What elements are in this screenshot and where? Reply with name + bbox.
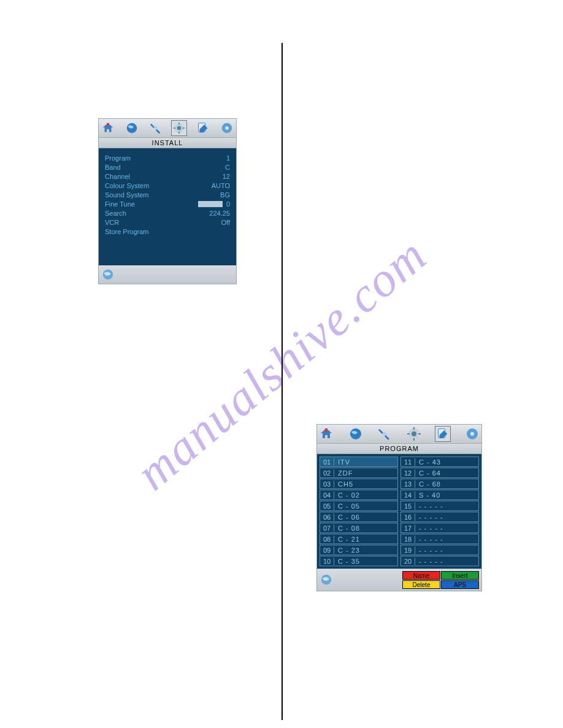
row-value: 0 — [226, 200, 230, 208]
program-name: C - 43 — [415, 458, 441, 466]
install-body: Program 1 Band C Channel 12 Colour Syste… — [99, 148, 236, 265]
row-band[interactable]: Band C — [105, 162, 230, 172]
program-number: 12 — [401, 469, 415, 477]
program-number: 04 — [320, 491, 334, 499]
program-number: 16 — [401, 514, 415, 521]
svg-point-10 — [225, 126, 229, 130]
pencil-icon[interactable] — [195, 120, 211, 136]
program-name: C - 35 — [334, 558, 360, 565]
program-number: 15 — [401, 502, 415, 510]
program-buttons: Name Insert Delete APS — [402, 571, 479, 589]
program-name: C - 23 — [334, 547, 360, 554]
program-row[interactable]: 17- - - - - — [400, 523, 479, 533]
row-value: AUTO — [212, 182, 230, 189]
program-row[interactable]: 20- - - - - — [400, 556, 479, 566]
globe-small-icon — [101, 268, 115, 281]
program-row[interactable]: 08C - 21 — [320, 534, 398, 544]
program-name: C - 08 — [334, 525, 360, 532]
program-row[interactable]: 03CH5 — [320, 479, 398, 489]
install-menu: INSTALL Program 1 Band C Channel 12 Colo… — [98, 118, 237, 284]
program-row[interactable]: 11C - 43 — [400, 457, 479, 467]
program-row[interactable]: 07C - 08 — [320, 523, 398, 533]
program-row[interactable]: 10C - 35 — [320, 556, 398, 566]
program-number: 18 — [401, 536, 415, 543]
pencil-icon[interactable] — [435, 426, 451, 442]
row-label: Search — [105, 210, 126, 217]
column-divider — [282, 43, 283, 720]
program-row[interactable]: 02ZDF — [320, 468, 398, 478]
program-number: 17 — [401, 525, 415, 532]
program-name: C - 06 — [334, 514, 360, 521]
disc-icon[interactable] — [219, 120, 235, 136]
row-value: 1 — [226, 154, 230, 162]
row-program[interactable]: Program 1 — [105, 153, 230, 162]
row-vcr[interactable]: VCR Off — [105, 218, 230, 227]
row-label: Colour System — [105, 182, 149, 189]
program-name: C - 68 — [415, 480, 441, 488]
program-row[interactable]: 04C - 02 — [320, 490, 398, 500]
program-title: PROGRAM — [317, 444, 481, 454]
globe-icon[interactable] — [124, 120, 140, 136]
insert-button[interactable]: Insert — [441, 571, 479, 580]
gear-icon[interactable] — [406, 426, 422, 442]
program-number: 06 — [320, 514, 334, 521]
program-number: 14 — [401, 491, 415, 499]
program-number: 02 — [320, 469, 334, 477]
program-number: 10 — [320, 558, 334, 565]
gear-icon[interactable] — [171, 120, 187, 136]
program-row[interactable]: 05C - 05 — [320, 501, 398, 511]
row-value: Off — [221, 219, 230, 226]
row-fine-tune[interactable]: Fine Tune 0 — [105, 199, 230, 208]
home-icon[interactable] — [318, 426, 334, 442]
program-list: 01ITV02ZDF03CH504C - 0205C - 0506C - 060… — [320, 457, 479, 566]
row-store-program[interactable]: Store Program — [105, 227, 230, 236]
svg-point-22 — [470, 432, 474, 436]
program-name: ZDF — [334, 469, 353, 477]
program-row[interactable]: 06C - 06 — [320, 512, 398, 522]
program-name: - - - - - — [415, 536, 443, 543]
delete-button[interactable]: Delete — [402, 580, 440, 589]
svg-rect-19 — [418, 433, 421, 434]
program-name: - - - - - — [415, 547, 443, 554]
aps-button[interactable]: APS — [441, 580, 479, 589]
program-number: 03 — [320, 480, 334, 488]
row-channel[interactable]: Channel 12 — [105, 172, 230, 181]
program-row[interactable]: 09C - 23 — [320, 545, 398, 555]
program-name: C - 64 — [415, 469, 441, 477]
program-row[interactable]: 19- - - - - — [400, 545, 479, 555]
tools-icon[interactable] — [148, 120, 164, 136]
program-name: - - - - - — [415, 502, 443, 510]
svg-point-15 — [412, 431, 416, 436]
svg-point-3 — [177, 126, 182, 131]
globe-icon[interactable] — [348, 426, 364, 442]
svg-rect-4 — [179, 123, 180, 124]
fine-tune-slider[interactable] — [198, 201, 223, 207]
program-tabs — [317, 425, 481, 444]
install-title: INSTALL — [99, 138, 236, 148]
svg-rect-18 — [407, 433, 410, 434]
name-button[interactable]: Name — [402, 571, 440, 580]
program-row[interactable]: 01ITV — [320, 457, 398, 467]
program-number: 11 — [401, 458, 415, 466]
globe-small-icon — [320, 573, 333, 586]
svg-rect-5 — [179, 132, 180, 134]
program-row[interactable]: 16- - - - - — [400, 512, 479, 522]
row-label: Channel — [105, 173, 130, 180]
install-spacer — [105, 236, 230, 258]
program-row[interactable]: 13C - 68 — [400, 479, 479, 489]
row-colour-system[interactable]: Colour System AUTO — [105, 181, 230, 190]
tools-icon[interactable] — [377, 426, 393, 442]
program-row[interactable]: 18- - - - - — [400, 534, 479, 544]
row-search[interactable]: Search 224.25 — [105, 208, 230, 218]
program-row[interactable]: 15- - - - - — [400, 501, 479, 511]
home-icon[interactable] — [100, 120, 116, 136]
svg-rect-17 — [413, 438, 415, 441]
program-menu: PROGRAM 01ITV02ZDF03CH504C - 0205C - 050… — [316, 424, 482, 591]
program-row[interactable]: 14S - 40 — [400, 490, 479, 500]
row-sound-system[interactable]: Sound System BG — [105, 190, 230, 199]
program-row[interactable]: 12C - 64 — [400, 468, 479, 478]
disc-icon[interactable] — [464, 426, 480, 442]
program-number: 19 — [401, 547, 415, 554]
svg-rect-7 — [183, 127, 185, 129]
program-number: 08 — [320, 536, 334, 543]
